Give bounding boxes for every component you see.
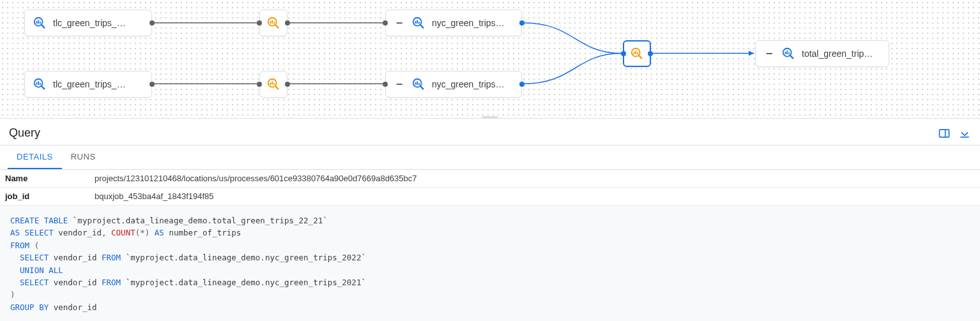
detail-row-job: job_id bquxjob_453ba4af_1843f194f85	[0, 187, 980, 205]
port-in	[257, 82, 262, 87]
svg-rect-30	[273, 83, 275, 85]
bigquery-icon	[781, 47, 795, 61]
sql-editor[interactable]: CREATE TABLE `myproject.data_lineage_dem…	[0, 205, 980, 321]
svg-rect-34	[417, 81, 418, 85]
query-icon	[266, 16, 280, 30]
bigquery-icon	[33, 16, 47, 30]
svg-rect-8	[36, 21, 38, 24]
detail-row-name: Name projects/123101210468/locations/us/…	[0, 170, 980, 187]
details-header: Query	[0, 119, 980, 146]
tab-details[interactable]: DETAILS	[8, 146, 62, 169]
collapse-panel-icon[interactable]	[958, 127, 971, 140]
svg-rect-35	[418, 83, 420, 85]
svg-line-22	[42, 86, 45, 89]
bigquery-icon	[411, 77, 425, 91]
panel-title: Query	[9, 126, 40, 140]
port-out	[149, 20, 155, 26]
detail-key: job_id	[5, 191, 95, 201]
node-process-1[interactable]	[259, 10, 287, 36]
port-in	[621, 51, 626, 56]
resize-handle[interactable]	[482, 116, 498, 119]
port-in	[383, 20, 388, 26]
svg-line-27	[275, 86, 279, 89]
detail-value: bquxjob_453ba4af_1843f194f85	[95, 191, 214, 201]
lineage-canvas[interactable]: tlc_green_trips_2021 − nyc_green_trips… …	[0, 0, 980, 119]
port-out	[285, 20, 290, 26]
node-label: total_green_trip…	[802, 49, 873, 59]
collapse-icon[interactable]: −	[394, 17, 405, 29]
svg-line-32	[420, 86, 424, 89]
port-in	[383, 82, 388, 87]
port-out	[519, 20, 524, 26]
node-label: nyc_green_trips…	[432, 79, 505, 89]
svg-rect-15	[273, 22, 275, 24]
svg-marker-5	[749, 51, 754, 56]
node-label: tlc_green_trips_2022	[53, 79, 130, 89]
svg-rect-45	[788, 52, 790, 54]
svg-rect-38	[634, 52, 635, 54]
query-icon	[266, 77, 280, 91]
svg-rect-28	[270, 82, 272, 85]
node-intermediate-1[interactable]: − nyc_green_trips…	[385, 10, 522, 36]
svg-line-37	[639, 56, 642, 59]
svg-rect-44	[786, 50, 788, 54]
tab-runs[interactable]: RUNS	[62, 146, 105, 169]
port-out	[149, 82, 155, 87]
detail-value: projects/123101210468/locations/us/proce…	[95, 174, 417, 183]
svg-rect-9	[38, 20, 39, 24]
svg-rect-25	[40, 83, 41, 85]
bigquery-icon	[33, 77, 47, 91]
svg-line-12	[275, 25, 279, 28]
node-source-1[interactable]: tlc_green_trips_2021	[24, 10, 152, 36]
bigquery-icon	[411, 16, 425, 30]
svg-line-7	[42, 25, 45, 28]
tabs: DETAILS RUNS	[0, 146, 980, 170]
svg-rect-19	[417, 20, 418, 24]
port-out	[285, 82, 290, 87]
svg-rect-29	[272, 81, 273, 85]
svg-rect-20	[418, 22, 420, 24]
svg-rect-33	[415, 82, 417, 85]
node-label: nyc_green_trips…	[432, 18, 505, 28]
node-process-selected[interactable]	[623, 40, 651, 67]
svg-rect-24	[38, 81, 39, 85]
svg-rect-40	[637, 52, 638, 54]
port-out	[519, 82, 524, 87]
svg-rect-43	[785, 52, 786, 54]
port-in	[257, 20, 262, 26]
layout-toggle-icon[interactable]	[938, 127, 951, 140]
details-table: Name projects/123101210468/locations/us/…	[0, 170, 980, 205]
node-label: tlc_green_trips_2021	[53, 18, 130, 28]
svg-rect-13	[270, 21, 272, 24]
node-process-2[interactable]	[259, 71, 287, 98]
svg-rect-39	[635, 50, 636, 54]
svg-line-17	[420, 25, 424, 28]
port-out	[648, 51, 653, 56]
svg-line-42	[790, 56, 793, 59]
node-output[interactable]: − total_green_trip…	[755, 40, 889, 67]
collapse-icon[interactable]: −	[394, 78, 405, 90]
query-icon	[630, 47, 644, 61]
collapse-icon[interactable]: −	[763, 48, 775, 59]
svg-rect-14	[272, 20, 273, 24]
node-intermediate-2[interactable]: − nyc_green_trips…	[385, 71, 522, 98]
svg-rect-18	[415, 21, 417, 24]
svg-rect-23	[36, 82, 38, 85]
detail-key: Name	[5, 174, 95, 183]
svg-rect-46	[940, 130, 949, 137]
node-source-2[interactable]: tlc_green_trips_2022	[24, 71, 152, 98]
svg-rect-10	[40, 22, 41, 24]
